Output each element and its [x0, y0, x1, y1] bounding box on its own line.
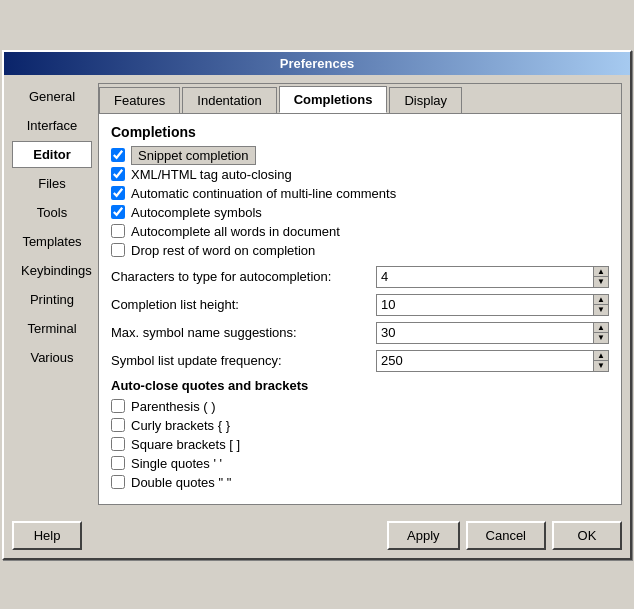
- checkbox-autocomplete-all: Autocomplete all words in document: [111, 224, 609, 239]
- footer-left: Help: [12, 521, 82, 550]
- field-max-symbol-suggestions: Max. symbol name suggestions: ▲ ▼: [111, 322, 609, 344]
- tab-completions[interactable]: Completions: [279, 86, 388, 113]
- fields-list: Characters to type for autocompletion: ▲…: [111, 266, 609, 372]
- checkbox-snippet-completion: Snippet completion: [111, 148, 609, 163]
- sidebar-item-various[interactable]: Various: [12, 344, 92, 371]
- field-completion-list-height-input[interactable]: [377, 295, 593, 315]
- field-autocompletion-chars: Characters to type for autocompletion: ▲…: [111, 266, 609, 288]
- checkbox-drop-rest: Drop rest of word on completion: [111, 243, 609, 258]
- field-completion-list-height: Completion list height: ▲ ▼: [111, 294, 609, 316]
- spinbox-buttons-4: ▲ ▼: [593, 351, 608, 371]
- spin-up[interactable]: ▲: [594, 267, 608, 278]
- field-autocompletion-chars-label: Characters to type for autocompletion:: [111, 269, 376, 284]
- checkbox-parenthesis-label: Parenthesis ( ): [131, 399, 216, 414]
- spin-up-3[interactable]: ▲: [594, 323, 608, 334]
- checkbox-autocomplete-symbols: Autocomplete symbols: [111, 205, 609, 220]
- checkbox-xml-tag-label: XML/HTML tag auto-closing: [131, 167, 292, 182]
- sidebar-item-printing[interactable]: Printing: [12, 286, 92, 313]
- sidebar: GeneralInterfaceEditorFilesToolsTemplate…: [12, 83, 92, 505]
- sidebar-item-files[interactable]: Files: [12, 170, 92, 197]
- preferences-dialog: Preferences GeneralInterfaceEditorFilesT…: [2, 50, 632, 560]
- spinbox-buttons-2: ▲ ▼: [593, 295, 608, 315]
- checkbox-curly-label: Curly brackets { }: [131, 418, 230, 433]
- apply-button[interactable]: Apply: [387, 521, 460, 550]
- sidebar-item-general[interactable]: General: [12, 83, 92, 110]
- sidebar-item-templates[interactable]: Templates: [12, 228, 92, 255]
- field-max-symbol-suggestions-spinbox: ▲ ▼: [376, 322, 609, 344]
- spin-up-2[interactable]: ▲: [594, 295, 608, 306]
- checkbox-drop-rest-input[interactable]: [111, 243, 125, 257]
- title-bar: Preferences: [4, 52, 630, 75]
- sidebar-item-editor[interactable]: Editor: [12, 141, 92, 168]
- field-autocompletion-chars-spinbox: ▲ ▼: [376, 266, 609, 288]
- checkbox-xml-tag-input[interactable]: [111, 167, 125, 181]
- checkboxes-list: Snippet completion XML/HTML tag auto-clo…: [111, 148, 609, 258]
- checkbox-double-quotes: Double quotes " ": [111, 475, 609, 490]
- checkbox-double-quotes-label: Double quotes " ": [131, 475, 231, 490]
- sidebar-item-tools[interactable]: Tools: [12, 199, 92, 226]
- checkbox-square-label: Square brackets [ ]: [131, 437, 240, 452]
- checkbox-xml-tag: XML/HTML tag auto-closing: [111, 167, 609, 182]
- checkbox-autocomplete-all-label: Autocomplete all words in document: [131, 224, 340, 239]
- field-symbol-update-frequency-input[interactable]: [377, 351, 593, 371]
- checkbox-double-quotes-input[interactable]: [111, 475, 125, 489]
- spin-down[interactable]: ▼: [594, 277, 608, 287]
- ok-button[interactable]: OK: [552, 521, 622, 550]
- field-autocompletion-chars-input[interactable]: [377, 267, 593, 287]
- checkbox-autocomplete-symbols-input[interactable]: [111, 205, 125, 219]
- checkbox-multiline-input[interactable]: [111, 186, 125, 200]
- field-symbol-update-frequency: Symbol list update frequency: ▲ ▼: [111, 350, 609, 372]
- snippet-label: Snippet completion: [131, 146, 256, 165]
- field-symbol-update-frequency-spinbox: ▲ ▼: [376, 350, 609, 372]
- tab-display[interactable]: Display: [389, 87, 462, 113]
- checkbox-multiline-label: Automatic continuation of multi-line com…: [131, 186, 396, 201]
- dialog-title: Preferences: [280, 56, 354, 71]
- checkbox-snippet-completion-input[interactable]: [111, 148, 125, 162]
- checkbox-autocomplete-all-input[interactable]: [111, 224, 125, 238]
- checkbox-single-quotes: Single quotes ' ': [111, 456, 609, 471]
- spin-down-4[interactable]: ▼: [594, 361, 608, 371]
- field-completion-list-height-spinbox: ▲ ▼: [376, 294, 609, 316]
- checkbox-drop-rest-label: Drop rest of word on completion: [131, 243, 315, 258]
- auto-close-section: Auto-close quotes and brackets Parenthes…: [111, 378, 609, 490]
- checkbox-autocomplete-symbols-label: Autocomplete symbols: [131, 205, 262, 220]
- checkbox-square-input[interactable]: [111, 437, 125, 451]
- field-symbol-update-frequency-label: Symbol list update frequency:: [111, 353, 376, 368]
- completions-section-title: Completions: [111, 124, 609, 140]
- checkbox-square: Square brackets [ ]: [111, 437, 609, 452]
- tab-bar: FeaturesIndentationCompletionsDisplay: [99, 84, 621, 114]
- spinbox-buttons-3: ▲ ▼: [593, 323, 608, 343]
- sidebar-item-interface[interactable]: Interface: [12, 112, 92, 139]
- cancel-button[interactable]: Cancel: [466, 521, 546, 550]
- spinbox-buttons: ▲ ▼: [593, 267, 608, 287]
- tab-features[interactable]: Features: [99, 87, 180, 113]
- tab-indentation[interactable]: Indentation: [182, 87, 276, 113]
- content-area: Completions Snippet completion XML/HTML …: [99, 114, 621, 504]
- footer: Help Apply Cancel OK: [4, 513, 630, 558]
- checkbox-single-quotes-input[interactable]: [111, 456, 125, 470]
- checkbox-single-quotes-label: Single quotes ' ': [131, 456, 222, 471]
- auto-close-title: Auto-close quotes and brackets: [111, 378, 609, 393]
- spin-down-2[interactable]: ▼: [594, 305, 608, 315]
- help-button[interactable]: Help: [12, 521, 82, 550]
- checkbox-parenthesis: Parenthesis ( ): [111, 399, 609, 414]
- checkbox-snippet-completion-label[interactable]: Snippet completion: [131, 148, 256, 163]
- spin-down-3[interactable]: ▼: [594, 333, 608, 343]
- dialog-body: GeneralInterfaceEditorFilesToolsTemplate…: [4, 75, 630, 513]
- main-content: FeaturesIndentationCompletionsDisplay Co…: [98, 83, 622, 505]
- checkbox-curly: Curly brackets { }: [111, 418, 609, 433]
- field-max-symbol-suggestions-input[interactable]: [377, 323, 593, 343]
- sidebar-item-terminal[interactable]: Terminal: [12, 315, 92, 342]
- checkbox-curly-input[interactable]: [111, 418, 125, 432]
- checkbox-multiline: Automatic continuation of multi-line com…: [111, 186, 609, 201]
- field-max-symbol-suggestions-label: Max. symbol name suggestions:: [111, 325, 376, 340]
- sidebar-item-keybindings[interactable]: Keybindings: [12, 257, 92, 284]
- checkbox-parenthesis-input[interactable]: [111, 399, 125, 413]
- field-completion-list-height-label: Completion list height:: [111, 297, 376, 312]
- spin-up-4[interactable]: ▲: [594, 351, 608, 362]
